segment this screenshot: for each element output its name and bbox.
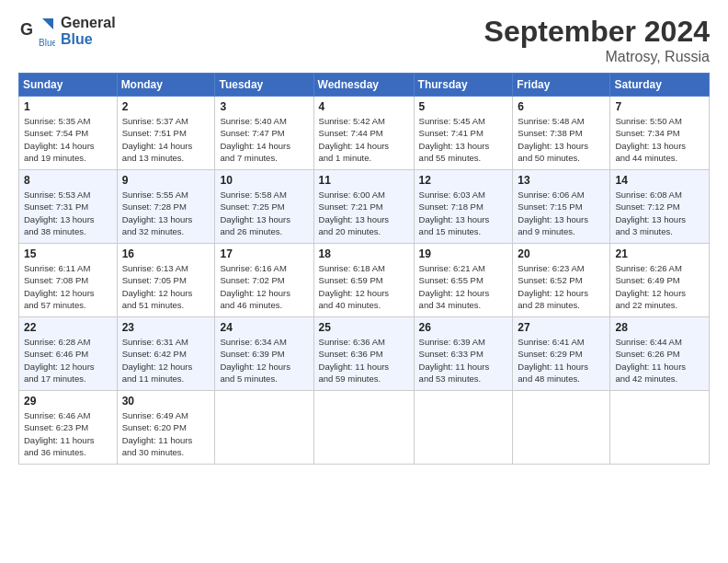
day-number: 3: [220, 100, 308, 113]
day-info: Sunrise: 5:45 AM Sunset: 7:41 PM Dayligh…: [419, 115, 508, 164]
day-info: Sunrise: 6:06 AM Sunset: 7:15 PM Dayligh…: [518, 189, 605, 237]
day-info: Sunrise: 6:11 AM Sunset: 7:08 PM Dayligh…: [24, 262, 112, 311]
day-info: Sunrise: 5:55 AM Sunset: 7:28 PM Dayligh…: [122, 189, 210, 237]
day-info: Sunrise: 5:53 AM Sunset: 7:31 PM Dayligh…: [24, 189, 112, 237]
calendar-cell: 4Sunrise: 5:42 AM Sunset: 7:44 PM Daylig…: [313, 97, 414, 170]
calendar-cell: 2Sunrise: 5:37 AM Sunset: 7:51 PM Daylig…: [117, 97, 215, 170]
calendar-cell: 13Sunrise: 6:06 AM Sunset: 7:15 PM Dayli…: [513, 170, 610, 244]
day-info: Sunrise: 6:31 AM Sunset: 6:42 PM Dayligh…: [122, 336, 210, 385]
col-wednesday: Wednesday: [313, 74, 414, 97]
calendar-cell: 1Sunrise: 5:35 AM Sunset: 7:54 PM Daylig…: [19, 97, 118, 170]
day-info: Sunrise: 5:40 AM Sunset: 7:47 PM Dayligh…: [220, 115, 308, 164]
calendar-cell: [513, 391, 610, 465]
day-info: Sunrise: 6:41 AM Sunset: 6:29 PM Dayligh…: [518, 336, 605, 385]
day-number: 12: [419, 174, 508, 187]
calendar-cell: 11Sunrise: 6:00 AM Sunset: 7:21 PM Dayli…: [313, 170, 414, 244]
calendar-cell: 28Sunrise: 6:44 AM Sunset: 6:26 PM Dayli…: [610, 317, 710, 391]
calendar-cell: 21Sunrise: 6:26 AM Sunset: 6:49 PM Dayli…: [610, 244, 710, 317]
day-number: 26: [419, 321, 508, 334]
svg-text:Blue: Blue: [39, 38, 55, 48]
calendar-cell: 8Sunrise: 5:53 AM Sunset: 7:31 PM Daylig…: [19, 170, 118, 244]
day-number: 11: [319, 174, 409, 187]
col-friday: Friday: [513, 74, 610, 97]
col-tuesday: Tuesday: [215, 74, 313, 97]
day-info: Sunrise: 6:28 AM Sunset: 6:46 PM Dayligh…: [24, 336, 112, 385]
day-number: 19: [419, 247, 508, 260]
calendar: Sunday Monday Tuesday Wednesday Thursday…: [18, 73, 710, 465]
day-info: Sunrise: 6:26 AM Sunset: 6:49 PM Dayligh…: [615, 262, 704, 311]
calendar-cell: 18Sunrise: 6:18 AM Sunset: 6:59 PM Dayli…: [313, 244, 414, 317]
page: G Blue General Blue September 2024 Matro…: [0, 0, 728, 563]
day-info: Sunrise: 5:58 AM Sunset: 7:25 PM Dayligh…: [220, 189, 308, 237]
day-number: 23: [122, 321, 210, 334]
day-number: 1: [24, 100, 112, 113]
day-info: Sunrise: 6:13 AM Sunset: 7:05 PM Dayligh…: [122, 262, 210, 311]
day-number: 22: [24, 321, 112, 334]
day-info: Sunrise: 6:23 AM Sunset: 6:52 PM Dayligh…: [518, 262, 605, 311]
day-number: 15: [24, 247, 112, 260]
day-number: 2: [122, 100, 210, 113]
day-info: Sunrise: 6:21 AM Sunset: 6:55 PM Dayligh…: [419, 262, 508, 311]
calendar-cell: 6Sunrise: 5:48 AM Sunset: 7:38 PM Daylig…: [513, 97, 610, 170]
calendar-cell: 12Sunrise: 6:03 AM Sunset: 7:18 PM Dayli…: [414, 170, 513, 244]
calendar-cell: 27Sunrise: 6:41 AM Sunset: 6:29 PM Dayli…: [513, 317, 610, 391]
day-number: 13: [518, 174, 605, 187]
calendar-cell: 26Sunrise: 6:39 AM Sunset: 6:33 PM Dayli…: [414, 317, 513, 391]
day-number: 4: [319, 100, 409, 113]
calendar-cell: 24Sunrise: 6:34 AM Sunset: 6:39 PM Dayli…: [215, 317, 313, 391]
month-title: September 2024: [484, 15, 710, 49]
calendar-cell: 22Sunrise: 6:28 AM Sunset: 6:46 PM Dayli…: [19, 317, 118, 391]
day-info: Sunrise: 6:49 AM Sunset: 6:20 PM Dayligh…: [122, 409, 210, 458]
calendar-cell: [414, 391, 513, 465]
day-number: 24: [220, 321, 308, 334]
calendar-cell: 5Sunrise: 5:45 AM Sunset: 7:41 PM Daylig…: [414, 97, 513, 170]
col-saturday: Saturday: [610, 74, 710, 97]
calendar-cell: [313, 391, 414, 465]
logo: G Blue General Blue: [18, 15, 116, 48]
calendar-cell: 3Sunrise: 5:40 AM Sunset: 7:47 PM Daylig…: [215, 97, 313, 170]
calendar-cell: 19Sunrise: 6:21 AM Sunset: 6:55 PM Dayli…: [414, 244, 513, 317]
calendar-cell: [215, 391, 313, 465]
calendar-cell: 23Sunrise: 6:31 AM Sunset: 6:42 PM Dayli…: [117, 317, 215, 391]
day-info: Sunrise: 6:46 AM Sunset: 6:23 PM Dayligh…: [24, 409, 112, 458]
day-number: 14: [615, 174, 704, 187]
day-number: 25: [319, 321, 409, 334]
logo-text-general: General: [61, 15, 116, 31]
calendar-cell: [610, 391, 710, 465]
day-number: 10: [220, 174, 308, 187]
svg-text:G: G: [20, 20, 33, 39]
day-info: Sunrise: 6:03 AM Sunset: 7:18 PM Dayligh…: [419, 189, 508, 237]
day-info: Sunrise: 5:37 AM Sunset: 7:51 PM Dayligh…: [122, 115, 210, 164]
day-number: 20: [518, 247, 605, 260]
col-sunday: Sunday: [19, 74, 118, 97]
calendar-cell: 9Sunrise: 5:55 AM Sunset: 7:28 PM Daylig…: [117, 170, 215, 244]
day-number: 5: [419, 100, 508, 113]
day-info: Sunrise: 6:39 AM Sunset: 6:33 PM Dayligh…: [419, 336, 508, 385]
calendar-header-row: Sunday Monday Tuesday Wednesday Thursday…: [19, 74, 710, 97]
day-number: 8: [24, 174, 112, 187]
day-number: 28: [615, 321, 704, 334]
day-number: 18: [319, 247, 409, 260]
day-number: 17: [220, 247, 308, 260]
col-monday: Monday: [117, 74, 215, 97]
location: Matrosy, Russia: [484, 49, 710, 65]
calendar-cell: 7Sunrise: 5:50 AM Sunset: 7:34 PM Daylig…: [610, 97, 710, 170]
day-number: 21: [615, 247, 704, 260]
week-row-3: 15Sunrise: 6:11 AM Sunset: 7:08 PM Dayli…: [19, 244, 710, 317]
day-info: Sunrise: 5:48 AM Sunset: 7:38 PM Dayligh…: [518, 115, 605, 164]
title-block: September 2024 Matrosy, Russia: [484, 15, 710, 65]
calendar-cell: 20Sunrise: 6:23 AM Sunset: 6:52 PM Dayli…: [513, 244, 610, 317]
week-row-2: 8Sunrise: 5:53 AM Sunset: 7:31 PM Daylig…: [19, 170, 710, 244]
logo-text-blue: Blue: [61, 31, 116, 48]
day-info: Sunrise: 6:44 AM Sunset: 6:26 PM Dayligh…: [615, 336, 704, 385]
calendar-cell: 17Sunrise: 6:16 AM Sunset: 7:02 PM Dayli…: [215, 244, 313, 317]
calendar-cell: 25Sunrise: 6:36 AM Sunset: 6:36 PM Dayli…: [313, 317, 414, 391]
day-number: 9: [122, 174, 210, 187]
day-number: 6: [518, 100, 605, 113]
calendar-cell: 10Sunrise: 5:58 AM Sunset: 7:25 PM Dayli…: [215, 170, 313, 244]
week-row-5: 29Sunrise: 6:46 AM Sunset: 6:23 PM Dayli…: [19, 391, 710, 465]
calendar-cell: 29Sunrise: 6:46 AM Sunset: 6:23 PM Dayli…: [19, 391, 118, 465]
day-info: Sunrise: 6:34 AM Sunset: 6:39 PM Dayligh…: [220, 336, 308, 385]
col-thursday: Thursday: [414, 74, 513, 97]
week-row-1: 1Sunrise: 5:35 AM Sunset: 7:54 PM Daylig…: [19, 97, 710, 170]
